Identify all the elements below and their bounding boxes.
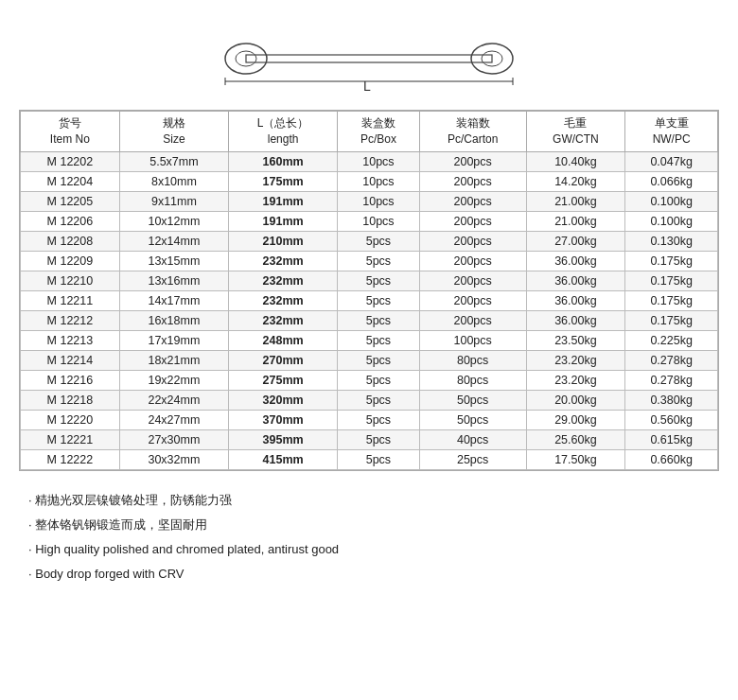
table-row: M 1222230x32mm415mm5pcs25pcs17.50kg0.660… — [21, 449, 718, 469]
table-row: M 1221619x22mm275mm5pcs80pcs23.20kg0.278… — [21, 370, 718, 390]
table-row: M 1221822x24mm320mm5pcs50pcs20.00kg0.380… — [21, 390, 718, 410]
table-cell: 0.560kg — [625, 410, 718, 429]
table-cell: 0.615kg — [625, 429, 718, 449]
table-cell: M 12202 — [21, 151, 120, 171]
column-header: 装盒数Pc/Box — [338, 112, 420, 152]
table-cell: M 12206 — [21, 211, 120, 231]
column-header: 规格Size — [119, 112, 228, 152]
svg-rect-0 — [246, 55, 492, 62]
table-cell: 200pcs — [419, 191, 526, 211]
table-cell: 191mm — [229, 211, 338, 231]
table-row: M 1220610x12mm191mm10pcs200pcs21.00kg0.1… — [21, 211, 718, 231]
table-cell: 10pcs — [338, 191, 420, 211]
feature-item: · 整体铬钒钢锻造而成，坚固耐用 — [28, 513, 719, 537]
table-cell: 27.00kg — [526, 231, 625, 251]
table-cell: 14x17mm — [119, 290, 228, 310]
table-cell: 5pcs — [338, 370, 420, 390]
table-cell: 23.50kg — [526, 330, 625, 350]
table-row: M 1221114x17mm232mm5pcs200pcs36.00kg0.17… — [21, 290, 718, 310]
table-cell: 12x14mm — [119, 231, 228, 251]
table-cell: 232mm — [229, 290, 338, 310]
table-cell: 10pcs — [338, 171, 420, 191]
table-row: M 1220913x15mm232mm5pcs200pcs36.00kg0.17… — [21, 251, 718, 271]
table-cell: 13x15mm — [119, 251, 228, 271]
column-header: 毛重GW/CTN — [526, 112, 625, 152]
table-cell: M 12222 — [21, 449, 120, 469]
table-cell: 175mm — [229, 171, 338, 191]
table-cell: 80pcs — [419, 350, 526, 370]
table-cell: M 12212 — [21, 310, 120, 330]
table-cell: 18x21mm — [119, 350, 228, 370]
table-row: M 1221317x19mm248mm5pcs100pcs23.50kg0.22… — [21, 330, 718, 350]
column-header: 单支重NW/PC — [625, 112, 718, 152]
table-cell: 0.066kg — [625, 171, 718, 191]
table-cell: 19x22mm — [119, 370, 228, 390]
table-cell: 50pcs — [419, 410, 526, 429]
table-cell: 21.00kg — [526, 191, 625, 211]
table-cell: 200pcs — [419, 211, 526, 231]
table-cell: 25pcs — [419, 449, 526, 469]
column-header: 装箱数Pc/Carton — [419, 112, 526, 152]
table-cell: 36.00kg — [526, 271, 625, 290]
table-cell: 40pcs — [419, 429, 526, 449]
table-cell: 0.175kg — [625, 290, 718, 310]
table-row: M 1222024x27mm370mm5pcs50pcs29.00kg0.560… — [21, 410, 718, 429]
table-cell: 200pcs — [419, 251, 526, 271]
table-cell: 36.00kg — [526, 290, 625, 310]
table-cell: 27x30mm — [119, 429, 228, 449]
column-header: 货号Item No — [21, 112, 120, 152]
table-cell: 0.130kg — [625, 231, 718, 251]
table-cell: 30x32mm — [119, 449, 228, 469]
features-section: · 精抛光双层镍镀铬处理，防锈能力强· 整体铬钒钢锻造而成，坚固耐用· High… — [19, 488, 719, 586]
table-cell: 0.175kg — [625, 310, 718, 330]
table-cell: 5pcs — [338, 410, 420, 429]
table-row: M 1221216x18mm232mm5pcs200pcs36.00kg0.17… — [21, 310, 718, 330]
table-cell: 5pcs — [338, 290, 420, 310]
table-cell: M 12204 — [21, 171, 120, 191]
table-cell: M 12209 — [21, 251, 120, 271]
table-cell: 0.278kg — [625, 350, 718, 370]
table-cell: 5pcs — [338, 350, 420, 370]
table-cell: 0.175kg — [625, 251, 718, 271]
table-cell: M 12216 — [21, 370, 120, 390]
table-cell: 0.175kg — [625, 271, 718, 290]
table-cell: 50pcs — [419, 390, 526, 410]
table-cell: 270mm — [229, 350, 338, 370]
table-cell: M 12221 — [21, 429, 120, 449]
table-cell: M 12213 — [21, 330, 120, 350]
table-cell: 5pcs — [338, 251, 420, 271]
table-row: M 1221013x16mm232mm5pcs200pcs36.00kg0.17… — [21, 271, 718, 290]
table-cell: 5pcs — [338, 390, 420, 410]
table-cell: 13x16mm — [119, 271, 228, 290]
table-cell: 0.225kg — [625, 330, 718, 350]
table-cell: 5pcs — [338, 271, 420, 290]
table-cell: 10pcs — [338, 211, 420, 231]
table-cell: 210mm — [229, 231, 338, 251]
table-cell: 0.380kg — [625, 390, 718, 410]
table-cell: 17.50kg — [526, 449, 625, 469]
table-cell: 5.5x7mm — [119, 151, 228, 171]
table-cell: 17x19mm — [119, 330, 228, 350]
table-cell: 370mm — [229, 410, 338, 429]
table-cell: M 12210 — [21, 271, 120, 290]
table-cell: 200pcs — [419, 271, 526, 290]
table-cell: 0.278kg — [625, 370, 718, 390]
table-cell: 320mm — [229, 390, 338, 410]
table-cell: 0.100kg — [625, 191, 718, 211]
table-cell: 10pcs — [338, 151, 420, 171]
table-cell: 0.660kg — [625, 449, 718, 469]
table-cell: 5pcs — [338, 231, 420, 251]
table-row: M 1220812x14mm210mm5pcs200pcs27.00kg0.13… — [21, 231, 718, 251]
table-cell: 36.00kg — [526, 251, 625, 271]
table-cell: 24x27mm — [119, 410, 228, 429]
table-cell: 5pcs — [338, 310, 420, 330]
table-row: M 122059x11mm191mm10pcs200pcs21.00kg0.10… — [21, 191, 718, 211]
table-cell: 0.047kg — [625, 151, 718, 171]
table-cell: 415mm — [229, 449, 338, 469]
table-row: M 122048x10mm175mm10pcs200pcs14.20kg0.06… — [21, 171, 718, 191]
table-cell: 395mm — [229, 429, 338, 449]
table-cell: 21.00kg — [526, 211, 625, 231]
table-cell: 5pcs — [338, 330, 420, 350]
table-cell: 191mm — [229, 191, 338, 211]
table-cell: 200pcs — [419, 171, 526, 191]
